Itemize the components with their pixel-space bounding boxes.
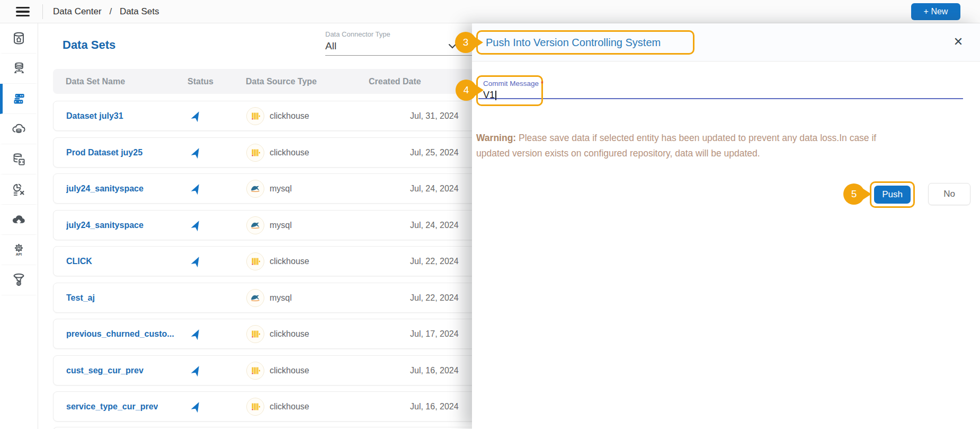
source-type-label: clickhouse xyxy=(270,319,309,348)
cloud-lakehouse-icon xyxy=(12,213,26,227)
breadcrumb-separator: / xyxy=(109,6,112,16)
callout-step-3: 3 xyxy=(455,32,476,53)
data-center-home-icon xyxy=(12,31,26,46)
table-row: Test_ajmysqlJul, 22, 2024 xyxy=(53,283,482,313)
breadcrumb: Data Center / Data Sets xyxy=(53,0,159,23)
column-header-status: Status xyxy=(188,69,213,94)
api-gateway-icon: API xyxy=(12,243,26,257)
database-connections-icon xyxy=(12,62,26,75)
warning-label: Warning: xyxy=(476,133,516,143)
commit-message-label: Commit Message * xyxy=(483,80,544,87)
status-published-icon xyxy=(190,182,203,195)
created-date: Jul, 16, 2024 xyxy=(410,356,459,385)
dataset-name-link[interactable]: Dataset july31 xyxy=(66,101,123,130)
filter-underline xyxy=(325,55,480,56)
created-date: Jul, 17, 2024 xyxy=(410,319,459,348)
column-header-created-date: Created Date xyxy=(369,69,421,94)
required-asterisk: * xyxy=(541,80,544,87)
hamburger-menu-icon[interactable] xyxy=(16,7,30,16)
sidebar-item-data-pipeline[interactable] xyxy=(0,265,38,295)
callout-step-4: 4 xyxy=(456,80,477,101)
table-row-partial xyxy=(53,427,482,429)
sidebar-item-database-connections[interactable] xyxy=(0,54,38,84)
table-row: CLICKclickhouseJul, 22, 2024 xyxy=(53,246,482,276)
source-type-label: mysql xyxy=(270,174,292,203)
table-row: previous_churned_custo...clickhouseJul, … xyxy=(53,319,482,349)
sidebar-item-cloud-database[interactable] xyxy=(0,114,38,144)
commit-message-input[interactable]: V1 xyxy=(483,90,496,101)
new-button[interactable]: + New xyxy=(911,3,960,20)
status-published-icon xyxy=(190,146,203,159)
clickhouse-icon xyxy=(246,252,264,270)
table-row: service_type_cur_prevclickhouseJul, 16, … xyxy=(53,391,482,422)
created-date: Jul, 24, 2024 xyxy=(410,174,459,203)
status-published-icon xyxy=(190,219,203,232)
dataset-name-link[interactable]: CLICK xyxy=(66,247,92,276)
clickhouse-icon xyxy=(246,107,264,125)
dataset-name-link[interactable]: Test_aj xyxy=(66,283,95,312)
close-icon[interactable]: ✕ xyxy=(951,35,965,49)
source-type-label: mysql xyxy=(270,283,292,312)
created-date: Jul, 31, 2024 xyxy=(410,101,459,130)
sidebar: API xyxy=(0,23,38,429)
sidebar-item-cloud-lakehouse[interactable] xyxy=(0,205,38,235)
sidebar-item-data-sets[interactable] xyxy=(0,84,38,114)
commit-input-underline xyxy=(478,98,963,99)
status-published-icon xyxy=(190,255,203,268)
dataset-name-link[interactable]: previous_churned_custo... xyxy=(66,319,174,348)
column-header-name: Data Set Name xyxy=(66,69,125,94)
clickhouse-icon xyxy=(246,398,264,416)
sidebar-item-data-center-home[interactable] xyxy=(0,23,38,54)
table-row: july24_sanityspacemysqlJul, 24, 2024 xyxy=(53,210,482,240)
source-type-label: clickhouse xyxy=(270,101,309,130)
status-published-icon xyxy=(190,328,203,340)
commit-highlight-box: Commit Message * V1 xyxy=(476,75,543,106)
dataset-name-link[interactable]: july24_sanityspace xyxy=(66,211,144,240)
dataset-code-icon xyxy=(12,152,26,167)
text-cursor xyxy=(495,91,496,100)
push-button[interactable]: Push xyxy=(874,186,911,204)
breadcrumb-data-sets[interactable]: Data Sets xyxy=(120,6,159,16)
divider xyxy=(42,4,43,19)
cloud-database-icon xyxy=(12,122,26,136)
clickhouse-icon xyxy=(246,144,264,162)
source-type-label: clickhouse xyxy=(270,356,309,385)
table-row: Dataset july31clickhouseJul, 31, 2024 xyxy=(53,101,482,131)
push-version-panel: Push Into Version Controlling System ✕ C… xyxy=(472,23,980,429)
page-title: Data Sets xyxy=(63,38,115,52)
data-cleanup-icon xyxy=(12,182,26,197)
dataset-name-link[interactable]: cust_seg_cur_prev xyxy=(66,356,144,385)
status-published-icon xyxy=(190,110,203,122)
source-type-label: mysql xyxy=(270,211,292,240)
sidebar-item-dataset-code[interactable] xyxy=(0,144,38,174)
panel-title: Push Into Version Controlling System xyxy=(486,32,661,53)
title-highlight-box: Push Into Version Controlling System xyxy=(476,30,694,55)
clickhouse-icon xyxy=(246,325,264,343)
dataset-name-link[interactable]: service_type_cur_prev xyxy=(66,392,158,421)
sidebar-item-api-gateway[interactable]: API xyxy=(0,235,38,265)
warning-text: Warning: Please save data if selected en… xyxy=(476,130,959,161)
data-sets-icon xyxy=(12,92,26,106)
no-button[interactable]: No xyxy=(928,183,970,205)
column-header-source-type: Data Source Type xyxy=(246,69,317,94)
callout-step-5: 5 xyxy=(843,183,865,205)
dataset-name-link[interactable]: Prod Dataset juy25 xyxy=(66,138,142,167)
connector-type-filter-label: Data Connector Type xyxy=(325,30,390,38)
sidebar-item-data-cleanup[interactable] xyxy=(0,174,38,205)
created-date: Jul, 25, 2024 xyxy=(410,138,459,167)
connector-type-filter-value[interactable]: All xyxy=(325,40,336,52)
data-pipeline-icon xyxy=(12,273,26,287)
status-published-icon xyxy=(190,400,203,413)
source-type-label: clickhouse xyxy=(270,138,309,167)
svg-text:API: API xyxy=(16,252,22,256)
status-published-icon xyxy=(190,364,203,377)
table-row: Prod Dataset juy25clickhouseJul, 25, 202… xyxy=(53,137,482,168)
table-header-row: Data Set Name Status Data Source Type Cr… xyxy=(53,69,482,94)
dataset-name-link[interactable]: july24_sanityspace xyxy=(66,174,144,203)
breadcrumb-data-center[interactable]: Data Center xyxy=(53,6,102,16)
source-type-label: clickhouse xyxy=(270,392,309,421)
clickhouse-icon xyxy=(246,362,264,380)
created-date: Jul, 22, 2024 xyxy=(410,283,459,312)
top-bar: Data Center / Data Sets + New xyxy=(0,0,980,23)
table-row: july24_sanityspacemysqlJul, 24, 2024 xyxy=(53,173,482,204)
